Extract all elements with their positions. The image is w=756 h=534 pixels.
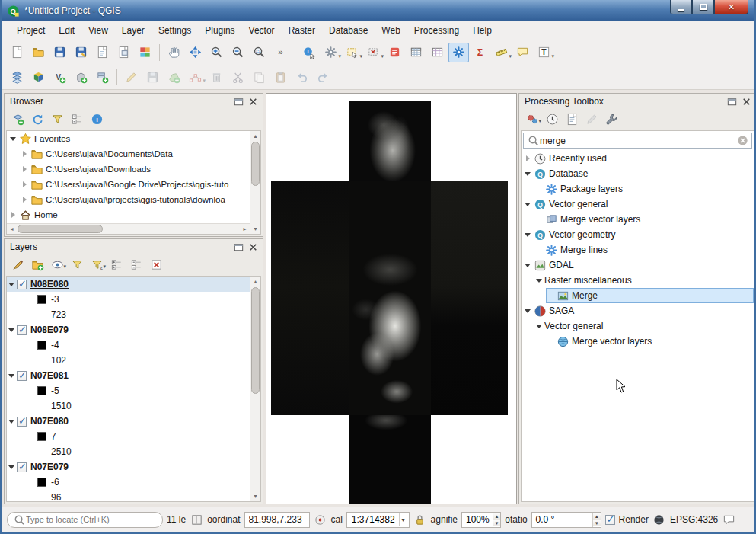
zoom-out-button[interactable]: [228, 43, 248, 62]
deselect-features-button[interactable]: ▾: [363, 43, 384, 62]
text-annotation-button[interactable]: T▾: [534, 43, 554, 62]
options-button[interactable]: [602, 110, 620, 127]
menu-edit[interactable]: Edit: [52, 22, 81, 39]
tree-expander-icon[interactable]: [523, 200, 533, 209]
browser-vscrollbar[interactable]: ▴▾: [250, 131, 260, 234]
float-panel-icon[interactable]: [232, 241, 245, 253]
layer-visibility-checkbox[interactable]: [17, 280, 27, 289]
open-project-button[interactable]: [28, 43, 49, 62]
close-panel-icon[interactable]: [247, 241, 260, 253]
map-canvas[interactable]: [266, 93, 517, 504]
collapse-all-button[interactable]: [68, 110, 86, 127]
new-shapefile-layer-button[interactable]: V: [49, 67, 70, 87]
models-button[interactable]: ▾: [523, 110, 541, 127]
clear-search-icon[interactable]: [735, 134, 749, 148]
toolbox-algorithm-item[interactable]: Recently used: [523, 151, 754, 166]
pan-map-button[interactable]: [164, 43, 184, 62]
menu-vector[interactable]: Vector: [242, 22, 282, 39]
toolbox-algorithm-item[interactable]: Merge vector layers: [546, 334, 754, 349]
tree-expander-icon[interactable]: [7, 417, 17, 427]
layer-visibility-checkbox[interactable]: [17, 417, 27, 427]
toolbox-algorithm-item[interactable]: Raster miscellaneous: [534, 273, 754, 288]
browser-hscrollbar[interactable]: ◂▸: [7, 223, 250, 234]
select-features-button[interactable]: ▾: [342, 43, 362, 62]
toolbar-overflow-button[interactable]: »: [270, 43, 291, 62]
tree-expander-icon[interactable]: [523, 306, 533, 316]
float-panel-icon[interactable]: [726, 96, 738, 107]
toolbox-panel-header[interactable]: Processing Toolbox: [519, 94, 756, 109]
layer-item[interactable]: N08E080: [7, 277, 260, 292]
menu-layer[interactable]: Layer: [115, 22, 152, 39]
save-project-as-button[interactable]: [71, 43, 91, 62]
tree-expander-icon[interactable]: [20, 180, 30, 190]
toggle-editing-button[interactable]: [121, 67, 142, 87]
browser-tree-item[interactable]: C:\Users\ujaval\Documents\Data: [20, 146, 260, 161]
menu-database[interactable]: Database: [322, 22, 375, 39]
new-virtual-layer-button[interactable]: [92, 67, 113, 87]
toolbox-search-input[interactable]: [540, 136, 735, 146]
tree-expander-icon[interactable]: [534, 321, 544, 331]
layer-item[interactable]: N08E079: [7, 322, 260, 337]
collapse-all-button[interactable]: [127, 256, 145, 273]
new-geopackage-layer-button[interactable]: [71, 67, 91, 87]
data-source-manager-button[interactable]: [7, 67, 27, 87]
menu-settings[interactable]: Settings: [152, 22, 198, 39]
spin-down-icon[interactable]: ▾: [493, 520, 501, 526]
zoom-full-button[interactable]: [185, 43, 206, 62]
chevron-down-icon[interactable]: ▾: [399, 513, 407, 526]
tree-expander-icon[interactable]: [7, 280, 17, 289]
toolbox-algorithm-item[interactable]: QVector geometry: [523, 227, 754, 242]
tree-expander-icon[interactable]: [523, 261, 533, 270]
toolbox-algorithm-item[interactable]: Merge: [546, 288, 754, 303]
attribute-table-button[interactable]: [406, 43, 426, 62]
tree-expander-icon[interactable]: [523, 169, 533, 179]
maximize-button[interactable]: [692, 0, 714, 14]
tree-expander-icon[interactable]: [8, 210, 18, 220]
new-project-button[interactable]: [7, 43, 27, 62]
messages-icon[interactable]: [722, 513, 735, 526]
map-tips-button[interactable]: [512, 43, 533, 62]
style-manager-button[interactable]: [135, 43, 155, 62]
redo-button[interactable]: [313, 67, 333, 87]
tree-expander-icon[interactable]: [7, 462, 17, 472]
close-panel-icon[interactable]: [247, 96, 260, 107]
toolbox-search[interactable]: [523, 133, 752, 149]
new-layout-button[interactable]: [92, 43, 113, 62]
toolbox-algorithm-item[interactable]: QDatabase: [523, 166, 754, 181]
close-button[interactable]: ✕: [714, 0, 748, 14]
run-feature-action-button[interactable]: ▾: [321, 43, 341, 62]
spin-up-icon[interactable]: ▴: [493, 513, 501, 520]
close-panel-icon[interactable]: [740, 96, 753, 107]
vertex-tool-button[interactable]: ▾: [185, 67, 206, 87]
processing-toolbox-button[interactable]: [448, 43, 469, 62]
zoom-native-button[interactable]: 1:1: [249, 43, 270, 62]
coordinate-input[interactable]: [244, 512, 310, 528]
titlebar[interactable]: Q *Untitled Project - QGIS ✕: [0, 0, 756, 21]
spin-down-icon[interactable]: ▾: [593, 520, 601, 526]
delete-selected-button[interactable]: [206, 67, 227, 87]
results-viewer-button[interactable]: [563, 110, 581, 127]
menu-web[interactable]: Web: [375, 22, 407, 39]
filter-browser-button[interactable]: [48, 110, 66, 127]
statistical-summary-button[interactable]: Σ: [470, 43, 490, 62]
tree-expander-icon[interactable]: [7, 371, 17, 381]
manage-themes-button[interactable]: ▾: [48, 256, 66, 273]
remove-layer-button[interactable]: [147, 256, 165, 273]
filter-expression-button[interactable]: ε▾: [88, 256, 106, 273]
toolbox-algorithm-item[interactable]: Package layers: [534, 181, 754, 197]
browser-tree-item[interactable]: C:\Users\ujaval\Downloads: [20, 161, 260, 177]
measure-line-button[interactable]: ▾: [491, 43, 512, 62]
tree-expander-icon[interactable]: [20, 195, 30, 205]
layer-visibility-checkbox[interactable]: [17, 371, 27, 381]
layers-vscrollbar[interactable]: ▴▾: [250, 277, 260, 501]
rotation-spinbox[interactable]: 0.0 ° ▴▾: [531, 512, 601, 528]
save-project-button[interactable]: [49, 43, 70, 62]
menu-plugins[interactable]: Plugins: [198, 22, 241, 39]
lock-scale-icon[interactable]: [413, 513, 427, 526]
layer-styling-button[interactable]: [8, 256, 27, 273]
browser-panel-header[interactable]: Browser: [5, 94, 263, 109]
history-button[interactable]: [543, 110, 561, 127]
tree-expander-icon[interactable]: [20, 165, 30, 174]
tree-expander-icon[interactable]: [8, 134, 18, 144]
toolbox-algorithm-item[interactable]: Vector general: [534, 318, 754, 334]
